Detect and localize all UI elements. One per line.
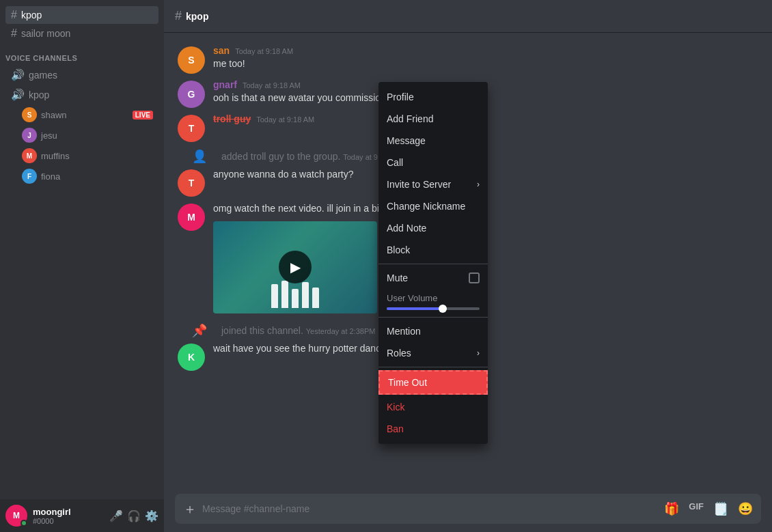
gif-icon[interactable]: GIF — [689, 501, 704, 516]
menu-item-profile[interactable]: Profile — [378, 86, 488, 108]
speaker-icon: 🔊 — [11, 68, 25, 81]
microphone-icon[interactable]: 🎤 — [109, 509, 123, 522]
menu-item-ban[interactable]: Ban — [378, 418, 488, 440]
voice-channel-kpop[interactable]: 🔊 kpop — [5, 85, 158, 104]
menu-item-invite-to-server[interactable]: Invite to Server › — [378, 173, 488, 195]
avatar: J — [22, 128, 37, 143]
input-icon-group: 🎁 GIF 🗒️ 😀 — [664, 501, 753, 516]
add-attachment-button[interactable]: ＋ — [183, 500, 197, 518]
menu-item-mention[interactable]: Mention — [378, 320, 488, 342]
current-user-tag: #0000 — [33, 517, 109, 525]
avatar: T — [178, 169, 205, 197]
channel-sailor-moon[interactable]: # sailor moon — [5, 25, 158, 42]
menu-item-add-friend[interactable]: Add Friend — [378, 108, 488, 130]
menu-item-kick[interactable]: Kick — [378, 396, 488, 418]
menu-item-mute[interactable]: Mute — [378, 267, 488, 289]
voice-user-muffins[interactable]: M muffins — [5, 146, 158, 165]
voice-username: muffins — [41, 151, 70, 161]
menu-item-call[interactable]: Call — [378, 152, 488, 173]
sticker-icon[interactable]: 🗒️ — [713, 501, 728, 516]
voice-username: shawn — [41, 110, 67, 120]
user-controls: 🎤 🎧 ⚙️ — [109, 509, 158, 522]
user-bar: M moongirl #0000 🎤 🎧 ⚙️ — [0, 499, 164, 532]
mute-checkbox[interactable] — [469, 272, 480, 283]
chat-input-area: ＋ 🎁 GIF 🗒️ 😀 — [164, 486, 772, 532]
online-indicator — [20, 520, 27, 527]
avatar: S — [22, 107, 37, 122]
channel-label: sailor moon — [21, 28, 70, 39]
menu-item-message[interactable]: Message — [378, 130, 488, 152]
menu-item-add-note[interactable]: Add Note — [378, 217, 488, 239]
speaker-icon: 🔊 — [11, 88, 25, 101]
avatar: M — [22, 148, 37, 163]
channel-hash-icon: # — [175, 9, 182, 23]
menu-item-timeout[interactable]: Time Out — [378, 370, 488, 395]
channel-kpop[interactable]: # kpop — [5, 6, 158, 24]
message-timestamp: Today at 9:18 AM — [243, 81, 301, 89]
system-icon: 👤 — [186, 149, 213, 164]
menu-item-change-nickname[interactable]: Change Nickname — [378, 195, 488, 217]
menu-divider — [378, 264, 488, 264]
voice-user-shawn[interactable]: S shawn LIVE — [5, 105, 158, 124]
chevron-right-icon: › — [477, 180, 480, 189]
message-content: san Today at 9:18 AM me too! — [213, 45, 758, 74]
message-input[interactable] — [202, 503, 664, 514]
message-row: S san Today at 9:18 AM me too! — [175, 44, 761, 75]
user-info: moongirl #0000 — [33, 507, 109, 525]
menu-item-block[interactable]: Block — [378, 239, 488, 261]
text-channels: # kpop # sailor moon — [0, 0, 164, 43]
menu-item-user-volume: User Volume — [378, 289, 488, 314]
chat-header: # kpop — [164, 0, 772, 33]
voice-user-jesu[interactable]: J jesu — [5, 126, 158, 145]
avatar: K — [178, 344, 205, 371]
system-icon: 📌 — [186, 323, 213, 338]
volume-slider-thumb[interactable] — [439, 305, 447, 313]
gift-icon[interactable]: 🎁 — [664, 501, 679, 516]
live-badge: LIVE — [133, 111, 153, 120]
sidebar: # kpop # sailor moon VOICE CHANNELS 🔊 ga… — [0, 0, 164, 532]
current-user-avatar: M — [5, 505, 27, 527]
play-button[interactable]: ▶ — [279, 251, 312, 283]
channel-label: games — [29, 70, 57, 81]
channel-label: kpop — [21, 10, 42, 20]
emoji-icon[interactable]: 😀 — [738, 501, 753, 516]
chevron-right-icon: › — [477, 348, 480, 358]
current-username: moongirl — [33, 507, 109, 517]
avatar: S — [178, 46, 205, 74]
message-timestamp: Today at 9:18 AM — [235, 47, 293, 55]
avatar: T — [178, 115, 205, 142]
message-author: gnarf — [213, 79, 237, 90]
system-text: added troll guy to the group. Today at 9… — [221, 151, 401, 162]
menu-divider — [378, 367, 488, 367]
chat-input-bar: ＋ 🎁 GIF 🗒️ 😀 — [175, 494, 761, 524]
channel-name-header: kpop — [186, 11, 208, 22]
menu-divider — [378, 317, 488, 318]
avatar: G — [178, 81, 205, 108]
voice-section-header: VOICE CHANNELS — [0, 43, 164, 65]
message-author: san — [213, 45, 230, 56]
avatar: F — [22, 169, 37, 184]
voice-username: fiona — [41, 171, 60, 182]
menu-item-roles[interactable]: Roles › — [378, 342, 488, 364]
channel-label: kpop — [29, 89, 49, 100]
message-timestamp: Today at 9:18 AM — [256, 115, 314, 124]
message-author: troll guy — [213, 113, 251, 124]
voice-user-fiona[interactable]: F fiona — [5, 167, 158, 186]
hash-icon: # — [11, 9, 17, 21]
main-chat: # kpop S san Today at 9:18 AM me too! G … — [164, 0, 772, 532]
video-embed[interactable]: ▶ — [213, 221, 377, 313]
avatar: M — [178, 204, 205, 231]
voice-username: jesu — [41, 130, 57, 141]
hash-icon: # — [11, 27, 17, 40]
message-text: me too! — [213, 57, 758, 71]
context-menu: Profile Add Friend Message Call Invite t… — [378, 82, 488, 444]
settings-icon[interactable]: ⚙️ — [145, 509, 158, 522]
volume-slider-fill — [387, 307, 443, 310]
headphones-icon[interactable]: 🎧 — [127, 509, 141, 522]
volume-slider-track — [387, 307, 480, 310]
voice-channel-games[interactable]: 🔊 games — [5, 66, 158, 84]
system-text: joined this channel. Yesterday at 2:38PM — [221, 325, 375, 336]
